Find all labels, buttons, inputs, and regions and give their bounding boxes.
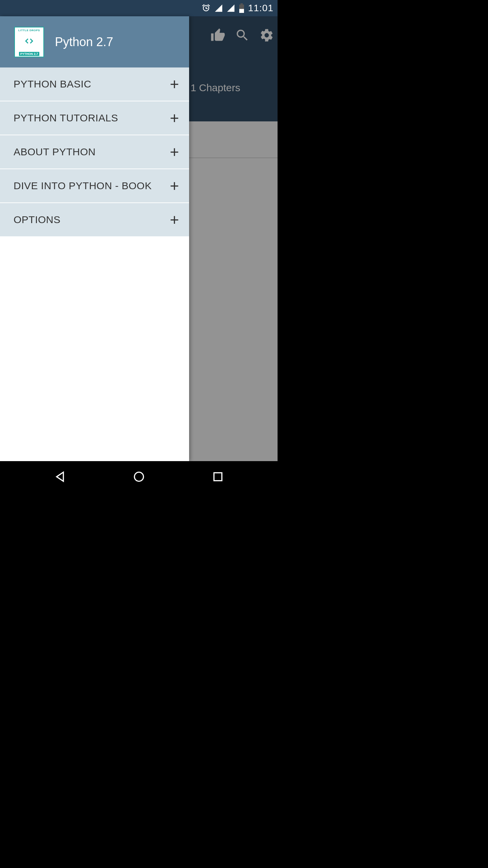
drawer-item-label: OPTIONS — [14, 214, 61, 225]
drawer-item-options[interactable]: OPTIONS + — [0, 203, 189, 237]
drawer-item-python-tutorials[interactable]: PYTHON TUTORIALS + — [0, 101, 189, 135]
drawer-list: PYTHON BASIC + PYTHON TUTORIALS + ABOUT … — [0, 67, 189, 237]
signal-icon — [214, 4, 223, 13]
svg-rect-1 — [240, 3, 243, 5]
code-icon — [21, 35, 37, 48]
plus-icon: + — [170, 178, 179, 194]
plus-icon: + — [170, 110, 179, 126]
svg-rect-2 — [239, 9, 244, 13]
drawer-item-label: DIVE INTO PYTHON - BOOK — [14, 180, 152, 192]
drawer-scrim[interactable] — [189, 16, 278, 461]
clock-text: 11:01 — [248, 3, 273, 14]
signal-icon — [226, 4, 235, 13]
nav-drawer: LITTLE DROPS PYTHON 2.7 Python 2.7 PYTHO… — [0, 16, 189, 461]
drawer-item-label: PYTHON TUTORIALS — [14, 112, 118, 124]
svg-rect-4 — [214, 473, 222, 480]
logo-top-text: LITTLE DROPS — [18, 29, 40, 32]
drawer-item-label: PYTHON BASIC — [14, 78, 91, 90]
drawer-item-label: ABOUT PYTHON — [14, 146, 96, 158]
drawer-item-python-basic[interactable]: PYTHON BASIC + — [0, 67, 189, 101]
svg-point-3 — [134, 472, 143, 481]
drawer-header: LITTLE DROPS PYTHON 2.7 Python 2.7 — [0, 16, 189, 67]
device-frame: 11:01 1 Chapters LITTLE DROPS PYTHO — [0, 0, 278, 494]
status-icons: 11:01 — [201, 3, 273, 14]
drawer-title: Python 2.7 — [55, 35, 113, 49]
back-button[interactable] — [53, 470, 67, 485]
recents-button[interactable] — [211, 470, 225, 485]
plus-icon: + — [170, 144, 179, 160]
battery-icon — [239, 3, 245, 13]
plus-icon: + — [170, 76, 179, 92]
status-bar: 11:01 — [0, 0, 278, 16]
android-nav-bar — [0, 461, 278, 494]
drawer-item-about-python[interactable]: ABOUT PYTHON + — [0, 135, 189, 169]
logo-bottom-text: PYTHON 2.7 — [19, 52, 40, 56]
home-button[interactable] — [132, 470, 146, 485]
drawer-item-dive-into-python[interactable]: DIVE INTO PYTHON - BOOK + — [0, 169, 189, 203]
app-logo: LITTLE DROPS PYTHON 2.7 — [14, 27, 44, 57]
alarm-icon — [201, 3, 211, 13]
plus-icon: + — [170, 212, 179, 228]
